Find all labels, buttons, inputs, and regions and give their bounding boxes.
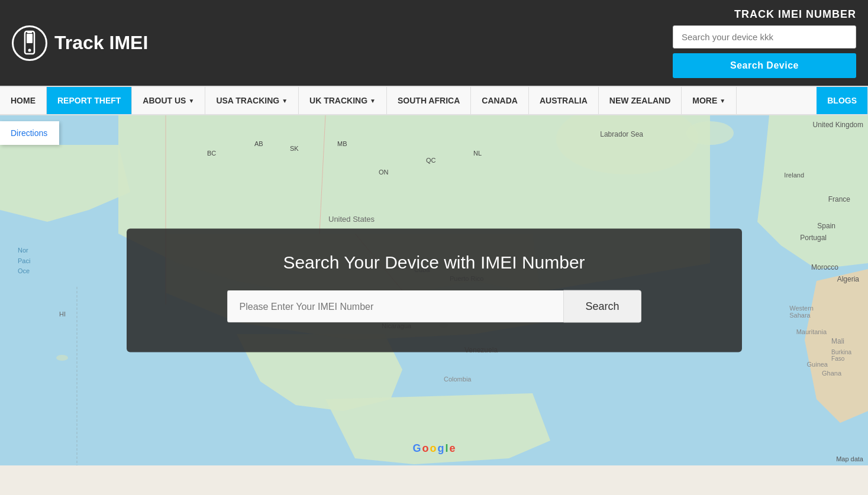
usa-tracking-arrow: ▼ <box>282 98 288 104</box>
nav-blogs[interactable]: BLOGS <box>817 87 868 114</box>
svg-point-9 <box>56 355 68 361</box>
overlay-search-button[interactable]: Search <box>563 290 641 323</box>
nav-canada[interactable]: CANADA <box>471 87 529 114</box>
svg-point-2 <box>28 48 31 51</box>
navbar: HOME REPORT THEFT ABOUT US ▼ USA TRACKIN… <box>0 86 868 115</box>
imei-input[interactable] <box>227 290 564 323</box>
svg-point-6 <box>686 121 734 145</box>
nav-report-theft[interactable]: REPORT THEFT <box>47 87 132 114</box>
google-g: G <box>412 442 421 455</box>
overlay-title: Search Your Device with IMEI Number <box>283 253 585 273</box>
google-o2: o <box>430 442 436 455</box>
about-us-arrow: ▼ <box>188 98 194 104</box>
google-l: l <box>445 442 448 455</box>
nav-about-us[interactable]: ABOUT US ▼ <box>132 87 205 114</box>
track-imei-title: TRACK IMEI NUMBER <box>734 8 856 21</box>
more-arrow: ▼ <box>719 98 725 104</box>
logo-area: Track IMEI <box>12 25 148 61</box>
overlay-search-row: Search <box>227 290 641 323</box>
search-device-button[interactable]: Search Device <box>673 53 856 78</box>
search-overlay: Search Your Device with IMEI Number Sear… <box>127 229 742 352</box>
uk-tracking-arrow: ▼ <box>370 98 376 104</box>
google-e: e <box>450 442 456 455</box>
nav-more[interactable]: MORE ▼ <box>682 87 737 114</box>
map-container: Labrador Sea AB BC SK MB ON QC NL United… <box>0 115 868 465</box>
nav-uk-tracking[interactable]: UK TRACKING ▼ <box>299 87 387 114</box>
logo-icon <box>12 25 47 61</box>
nav-south-africa[interactable]: SOUTH AFRICA <box>387 87 471 114</box>
header: Track IMEI TRACK IMEI NUMBER Search Devi… <box>0 0 868 86</box>
directions-box[interactable]: Directions <box>0 121 59 145</box>
nav-usa-tracking[interactable]: USA TRACKING ▼ <box>205 87 299 114</box>
uk-label: United Kingdom <box>808 115 868 135</box>
search-device-input[interactable] <box>673 25 856 48</box>
nav-new-zealand[interactable]: NEW ZEALAND <box>599 87 682 114</box>
uk-label-text: United Kingdom <box>813 121 863 129</box>
google-o1: o <box>422 442 428 455</box>
svg-rect-1 <box>27 34 33 43</box>
google-watermark: G o o g l e <box>412 442 455 455</box>
google-g2: g <box>437 442 444 455</box>
logo-text: Track IMEI <box>54 32 148 54</box>
header-right: TRACK IMEI NUMBER Search Device <box>673 8 856 78</box>
nav-australia[interactable]: AUSTRALIA <box>529 87 599 114</box>
map-data-text: Map data <box>836 455 863 462</box>
nav-home[interactable]: HOME <box>0 87 47 114</box>
footer-strip <box>0 465 868 495</box>
directions-label: Directions <box>11 128 47 138</box>
